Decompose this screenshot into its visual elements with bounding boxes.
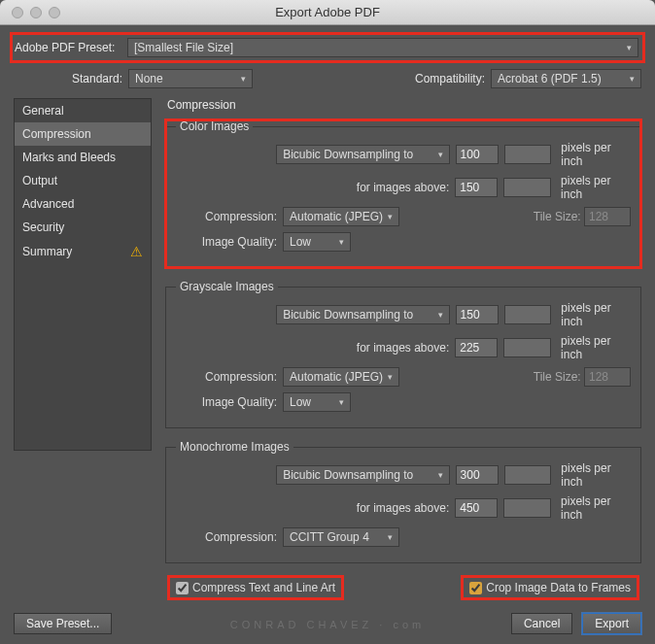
compatibility-label: Compatibility: (415, 72, 485, 85)
gray-ppi-above-input[interactable] (455, 338, 498, 357)
sidebar-item-security[interactable]: Security (15, 216, 151, 239)
window-traffic-lights (12, 7, 60, 18)
save-preset-button[interactable]: Save Preset... (14, 613, 112, 634)
export-button[interactable]: Export (582, 613, 641, 634)
chevron-down-icon: ▾ (627, 43, 632, 52)
chevron-down-icon: ▾ (388, 372, 393, 382)
gray-legend: Grayscale Images (176, 280, 278, 293)
image-quality-label: Image Quality: (176, 395, 277, 409)
color-compression-value: Automatic (JPEG) (290, 210, 383, 223)
tilesize-label: Tile Size: (534, 210, 581, 223)
sidebar-item-compression[interactable]: Compression (15, 122, 151, 146)
crop-image-checkbox-input[interactable] (469, 582, 482, 594)
sidebar-item-label: General (22, 104, 64, 118)
image-quality-label: Image Quality: (176, 235, 277, 249)
unit-box (504, 465, 552, 485)
gray-tilesize-input (584, 367, 631, 387)
gray-ppi-input[interactable] (456, 305, 499, 324)
unit-box (503, 178, 551, 197)
color-legend: Color Images (176, 119, 253, 133)
chevron-down-icon: ▾ (388, 212, 393, 221)
window-title: Export Adobe PDF (275, 5, 380, 19)
chevron-down-icon: ▾ (339, 397, 344, 407)
sidebar-item-advanced[interactable]: Advanced (15, 192, 151, 216)
traffic-minimize-icon[interactable] (30, 7, 42, 18)
color-ppi-input[interactable] (456, 145, 499, 164)
color-quality-value: Low (290, 235, 311, 249)
unit-box (503, 498, 551, 518)
compress-text-label: Compress Text and Line Art (192, 581, 335, 594)
compression-label: Compression: (176, 530, 277, 544)
ppi-label: pixels per inch (561, 301, 631, 328)
sidebar-item-output[interactable]: Output (15, 169, 151, 192)
category-sidebar: General Compression Marks and Bleeds Out… (14, 98, 152, 451)
compress-text-checkbox[interactable]: Compress Text and Line Art (167, 575, 344, 600)
for-images-above-label: for images above: (176, 341, 449, 355)
preset-label: Adobe PDF Preset: (13, 41, 127, 54)
standard-label: Standard: (14, 72, 122, 85)
chevron-down-icon: ▾ (438, 310, 443, 320)
unit-box (504, 305, 552, 324)
mono-ppi-above-input[interactable] (455, 498, 498, 518)
compression-label: Compression: (176, 210, 277, 223)
color-tilesize-input (584, 207, 631, 226)
chevron-down-icon: ▾ (438, 150, 443, 159)
monochrome-images-group: Monochrome Images Bicubic Downsampling t… (165, 440, 641, 563)
gray-compression-dropdown[interactable]: Automatic (JPEG) ▾ (283, 367, 399, 387)
sidebar-item-label: Security (22, 220, 64, 234)
preset-value: [Smallest File Size] (134, 41, 233, 54)
unit-box (504, 145, 552, 164)
mono-downsampling-dropdown[interactable]: Bicubic Downsampling to ▾ (276, 465, 449, 485)
window-titlebar: Export Adobe PDF (0, 0, 655, 25)
chevron-down-icon: ▾ (630, 74, 635, 84)
ppi-label: pixels per inch (561, 334, 631, 361)
preset-row: Adobe PDF Preset: [Smallest File Size] ▾ (10, 32, 645, 63)
sidebar-item-label: Advanced (22, 197, 74, 211)
color-downsampling-dropdown[interactable]: Bicubic Downsampling to ▾ (276, 145, 449, 164)
for-images-above-label: for images above: (176, 181, 449, 194)
panel-title: Compression (165, 98, 641, 112)
gray-downsampling-value: Bicubic Downsampling to (283, 308, 413, 322)
compatibility-dropdown[interactable]: Acrobat 6 (PDF 1.5) ▾ (491, 69, 641, 88)
ppi-label: pixels per inch (561, 494, 631, 522)
sidebar-item-label: Output (22, 174, 57, 187)
sidebar-item-label: Compression (22, 127, 91, 141)
ppi-label: pixels per inch (561, 174, 631, 201)
traffic-zoom-icon[interactable] (49, 7, 60, 18)
ppi-label: pixels per inch (561, 461, 631, 489)
gray-tilesize: Tile Size: (534, 367, 631, 387)
preset-dropdown[interactable]: [Smallest File Size] ▾ (127, 38, 638, 57)
sidebar-item-label: Summary (22, 245, 72, 258)
sidebar-item-general[interactable]: General (15, 99, 151, 122)
ppi-label: pixels per inch (561, 141, 631, 168)
mono-ppi-input[interactable] (456, 465, 499, 485)
grayscale-images-group: Grayscale Images Bicubic Downsampling to… (165, 280, 641, 428)
cancel-button[interactable]: Cancel (511, 613, 572, 634)
chevron-down-icon: ▾ (241, 74, 246, 84)
compress-text-checkbox-input[interactable] (176, 582, 189, 594)
tilesize-label: Tile Size: (534, 370, 581, 384)
crop-image-checkbox[interactable]: Crop Image Data to Frames (461, 575, 639, 600)
standard-value: None (135, 72, 163, 85)
compatibility-value: Acrobat 6 (PDF 1.5) (498, 72, 602, 85)
standard-dropdown[interactable]: None ▾ (128, 69, 253, 88)
mono-compression-value: CCITT Group 4 (290, 530, 369, 544)
sidebar-item-summary[interactable]: Summary ⚠ (15, 239, 151, 264)
color-ppi-above-input[interactable] (455, 178, 498, 197)
sidebar-item-label: Marks and Bleeds (22, 151, 116, 164)
gray-downsampling-dropdown[interactable]: Bicubic Downsampling to ▾ (276, 305, 449, 324)
chevron-down-icon: ▾ (388, 532, 393, 542)
color-compression-dropdown[interactable]: Automatic (JPEG) ▾ (283, 207, 399, 226)
chevron-down-icon: ▾ (438, 470, 443, 480)
for-images-above-label: for images above: (176, 501, 449, 515)
compression-label: Compression: (176, 370, 277, 384)
chevron-down-icon: ▾ (339, 237, 344, 247)
color-tilesize: Tile Size: (534, 207, 631, 226)
traffic-close-icon[interactable] (12, 7, 23, 18)
gray-quality-dropdown[interactable]: Low ▾ (283, 392, 351, 412)
color-images-group: Color Images Bicubic Downsampling to ▾ p… (165, 119, 641, 268)
sidebar-item-marks-bleeds[interactable]: Marks and Bleeds (15, 146, 151, 169)
color-quality-dropdown[interactable]: Low ▾ (283, 232, 351, 252)
mono-compression-dropdown[interactable]: CCITT Group 4 ▾ (283, 527, 399, 547)
gray-compression-value: Automatic (JPEG) (290, 370, 383, 384)
